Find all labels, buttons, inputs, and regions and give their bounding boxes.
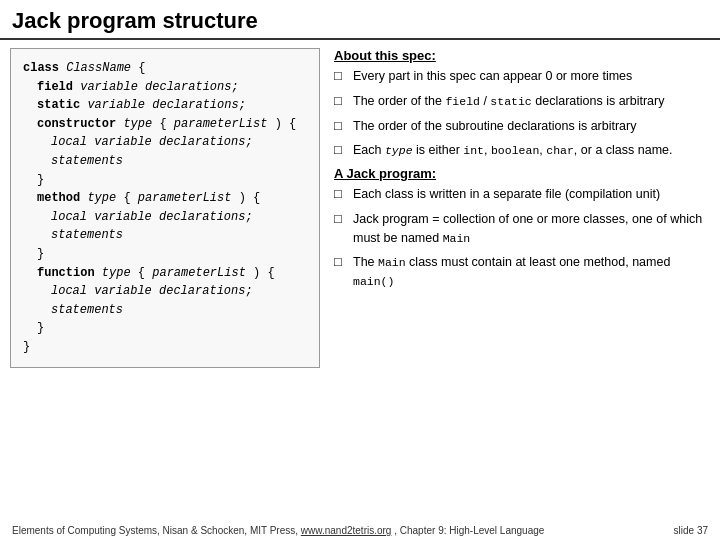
bullet-text: Every part in this spec can appear 0 or … (353, 67, 710, 86)
bullet-item: □ The order of the field / static declar… (334, 92, 710, 111)
keyword: function (37, 266, 102, 280)
it-text: type (102, 266, 131, 280)
code-line: constructor type { parameterList ) { (23, 115, 307, 134)
code-line: } (23, 171, 307, 190)
mono-text: type (385, 144, 413, 157)
slide-number: slide 37 (674, 525, 708, 536)
code-line: field variable declarations; (23, 78, 307, 97)
bullet-marker: □ (334, 211, 348, 226)
footer: Elements of Computing Systems, Nisan & S… (0, 525, 720, 536)
mono-text: main() (353, 275, 394, 288)
it-text: parameterList (138, 191, 232, 205)
keyword: method (37, 191, 87, 205)
keyword: constructor (37, 117, 123, 131)
bullet-item: □ Jack program = collection of one or mo… (334, 210, 710, 248)
mono-text: char (546, 144, 574, 157)
bullet-marker: □ (334, 93, 348, 108)
page-title: Jack program structure (0, 0, 720, 40)
bullet-text: The order of the field / static declarat… (353, 92, 710, 111)
it-text: statements (51, 228, 123, 242)
it-text: parameterList (174, 117, 268, 131)
mono-text: field (445, 95, 480, 108)
mono-text: boolean (491, 144, 539, 157)
bullet-marker: □ (334, 254, 348, 269)
code-block: class ClassName { field variable declara… (23, 59, 307, 357)
brace: { (131, 61, 145, 75)
footer-right: , Chapter 9: High-Level Language (394, 525, 544, 536)
it-text: local variable declarations; (51, 210, 253, 224)
plain-text: ) { (267, 117, 296, 131)
right-panel: About this spec: □ Every part in this sp… (334, 48, 710, 368)
code-line: local variable declarations; (23, 282, 307, 301)
keyword: class (23, 61, 66, 75)
it-text: type (123, 117, 152, 131)
plain-text: { (131, 266, 153, 280)
plain-text: { (152, 117, 174, 131)
bullet-marker: □ (334, 68, 348, 83)
code-line: method type { parameterList ) { (23, 189, 307, 208)
bullet-marker: □ (334, 186, 348, 201)
about-title: About this spec: (334, 48, 710, 63)
footer-link[interactable]: www.nand2tetris.org (301, 525, 392, 536)
it-text: parameterList (152, 266, 246, 280)
bullet-text: The order of the subroutine declarations… (353, 117, 710, 136)
it-text: statements (51, 154, 123, 168)
footer-left: Elements of Computing Systems, Nisan & S… (12, 525, 298, 536)
code-line: function type { parameterList ) { (23, 264, 307, 283)
code-line: static variable declarations; (23, 96, 307, 115)
code-panel: class ClassName { field variable declara… (10, 48, 320, 368)
code-line: local variable declarations; (23, 133, 307, 152)
code-line: class ClassName { (23, 59, 307, 78)
code-line: statements (23, 226, 307, 245)
bullet-item: □ Each class is written in a separate fi… (334, 185, 710, 204)
bullet-marker: □ (334, 118, 348, 133)
bullet-item: □ The Main class must contain at least o… (334, 253, 710, 291)
bullet-marker: □ (334, 142, 348, 157)
it-text: statements (51, 303, 123, 317)
mono-text: Main (443, 232, 471, 245)
bullet-text: The Main class must contain at least one… (353, 253, 710, 291)
plain-text: ) { (231, 191, 260, 205)
mono-text: Main (378, 256, 406, 269)
it-text: local variable declarations; (51, 135, 253, 149)
bullet-text: Each class is written in a separate file… (353, 185, 710, 204)
keyword: static (37, 98, 87, 112)
it-text: variable declarations; (73, 80, 239, 94)
mono-text: static (490, 95, 531, 108)
plain-text: { (116, 191, 138, 205)
bullet-item: □ Every part in this spec can appear 0 o… (334, 67, 710, 86)
bullet-item: □ The order of the subroutine declaratio… (334, 117, 710, 136)
classname: ClassName (66, 61, 131, 75)
it-text: type (87, 191, 116, 205)
code-line: } (23, 319, 307, 338)
bullet-text: Each type is either int, boolean, char, … (353, 141, 710, 160)
it-text: local variable declarations; (51, 284, 253, 298)
plain-text: ) { (246, 266, 275, 280)
code-line: statements (23, 301, 307, 320)
code-line: } (23, 245, 307, 264)
code-line: local variable declarations; (23, 208, 307, 227)
bullet-text: Jack program = collection of one or more… (353, 210, 710, 248)
code-line: statements (23, 152, 307, 171)
mono-text: int (463, 144, 484, 157)
jack-title: A Jack program: (334, 166, 710, 181)
footer-text: Elements of Computing Systems, Nisan & S… (12, 525, 544, 536)
keyword: field (37, 80, 73, 94)
code-line: } (23, 338, 307, 357)
bullet-item: □ Each type is either int, boolean, char… (334, 141, 710, 160)
it-text: variable declarations; (87, 98, 245, 112)
